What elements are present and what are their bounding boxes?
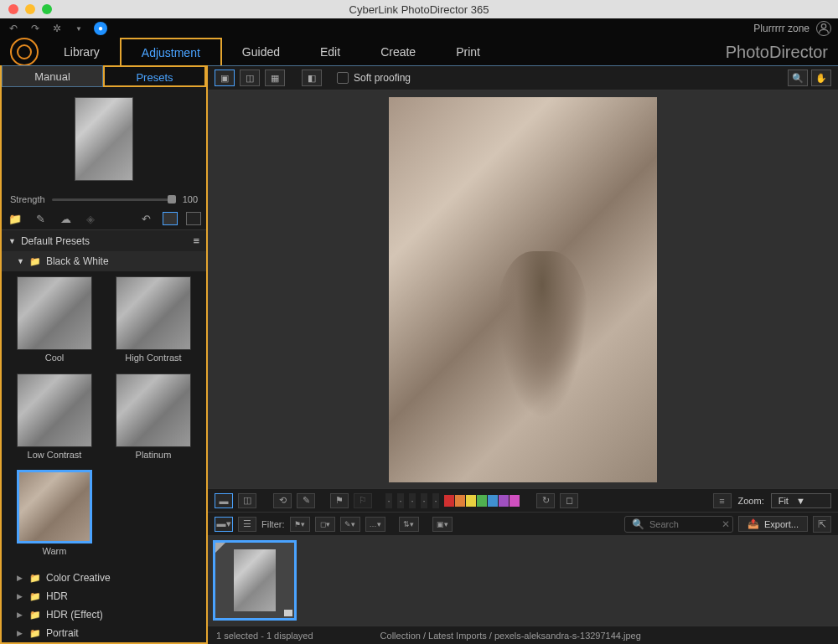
unflag-icon[interactable]: ⚐ <box>354 493 372 508</box>
close-window-button[interactable] <box>8 4 18 14</box>
star-3-icon[interactable]: · <box>409 493 416 508</box>
presets-menu-icon[interactable]: ≡ <box>193 234 199 247</box>
import-preset-icon[interactable]: 📁 <box>7 211 23 226</box>
settings-gear-icon[interactable]: ✲ <box>50 22 64 35</box>
panel-menu-icon[interactable]: ≡ <box>713 493 732 508</box>
sort-button[interactable]: ⇅▾ <box>399 517 419 532</box>
color-swatch[interactable] <box>455 495 465 507</box>
view-single-button[interactable]: ▣ <box>215 70 235 86</box>
filmstrip-thumbnail[interactable] <box>213 540 297 621</box>
filter-flag-button[interactable]: ⚑▾ <box>290 517 310 532</box>
filter-edit-button[interactable]: ✎▾ <box>340 517 360 532</box>
view-compare-button[interactable]: ◫ <box>240 70 260 86</box>
tab-guided[interactable]: Guided <box>222 39 300 65</box>
main-image <box>389 97 657 482</box>
titlebar: CyberLink PhotoDirector 365 <box>0 0 838 18</box>
view-mode-button[interactable]: ▬▾ <box>215 517 233 532</box>
color-swatch[interactable] <box>477 495 487 507</box>
refresh-icon[interactable]: ↻ <box>536 493 555 508</box>
strength-slider[interactable] <box>52 198 176 201</box>
collapse-arrow-icon: ▼ <box>8 237 16 245</box>
sidebar: Manual Presets Strength 100 📁 ✎ ☁ ◈ ↶ ▼ … <box>0 65 208 644</box>
color-swatch[interactable] <box>499 495 509 507</box>
color-swatch[interactable] <box>510 495 520 507</box>
grid-view-button[interactable] <box>163 212 178 225</box>
tab-library[interactable]: Library <box>44 39 120 65</box>
category-hdr-effect[interactable]: ▶ 📁 HDR (Effect) <box>2 605 206 624</box>
zoom-select[interactable]: Fit ▼ <box>771 493 831 508</box>
flag-icon[interactable]: ⚑ <box>330 493 349 508</box>
folder-icon: 📁 <box>29 573 41 584</box>
color-swatch[interactable] <box>488 495 498 507</box>
preset-platinum[interactable]: Platinum <box>106 374 201 467</box>
preset-cool[interactable]: Cool <box>7 276 102 370</box>
color-swatch[interactable] <box>466 495 476 507</box>
crop-icon[interactable]: ◻ <box>560 493 578 508</box>
tab-edit[interactable]: Edit <box>300 39 360 65</box>
subtab-manual[interactable]: Manual <box>2 65 103 87</box>
thumbnail-image <box>234 549 276 611</box>
view-alt-button[interactable]: ☰ <box>238 517 256 532</box>
preset-low-contrast[interactable]: Low Contrast <box>7 374 102 467</box>
layer-preset-icon[interactable]: ◈ <box>82 211 99 226</box>
export-icon: 📤 <box>747 518 759 529</box>
user-label: Plurrrrr zone <box>753 23 810 34</box>
strength-label: Strength <box>10 194 45 204</box>
tab-print[interactable]: Print <box>436 39 500 65</box>
zoom-tool-icon[interactable]: 🔍 <box>788 70 808 86</box>
viewer-toolbar: ▣ ◫ ▦ ◧ Soft proofing 🔍 ✋ <box>208 65 838 90</box>
top-toolbar: ↶ ↷ ✲ ▼ ● Plurrrrr zone <box>0 18 838 39</box>
svg-point-0 <box>821 24 825 28</box>
list-view-button[interactable] <box>186 212 201 225</box>
search-icon: 🔍 <box>632 518 644 530</box>
dropdown-icon[interactable]: ▼ <box>72 22 85 35</box>
status-path: Collection / Latest Imports / pexels-ale… <box>380 631 641 641</box>
zoom-label: Zoom: <box>738 496 764 506</box>
status-selection: 1 selected - 1 displayed <box>216 631 313 641</box>
layout-full-button[interactable]: ▬ <box>215 493 233 508</box>
clear-search-icon[interactable]: ✕ <box>722 518 730 530</box>
external-link-icon[interactable]: ⇱ <box>813 516 831 533</box>
tab-adjustment[interactable]: Adjustment <box>120 38 222 66</box>
pan-tool-icon[interactable]: ✋ <box>811 70 831 86</box>
stack-button[interactable]: ▣▾ <box>432 517 453 532</box>
minimize-window-button[interactable] <box>25 4 35 14</box>
image-viewer[interactable] <box>208 90 838 488</box>
preset-high-contrast[interactable]: High Contrast <box>106 276 201 370</box>
brush-preset-icon[interactable]: ✎ <box>32 211 49 226</box>
star-2-icon[interactable]: · <box>397 493 404 508</box>
category-header-bw[interactable]: ▼ 📁 Black & White <box>2 251 206 271</box>
star-4-icon[interactable]: · <box>421 493 427 508</box>
star-5-icon[interactable]: · <box>432 493 439 508</box>
star-1-icon[interactable]: · <box>385 493 392 508</box>
color-swatch[interactable] <box>444 495 454 507</box>
soft-proofing-checkbox[interactable] <box>337 72 349 84</box>
cloud-preset-icon[interactable]: ☁ <box>57 211 74 226</box>
expand-arrow-icon: ▶ <box>17 629 23 637</box>
user-avatar-icon[interactable] <box>816 21 831 36</box>
preset-warm[interactable]: Warm <box>7 470 102 564</box>
presets-group-header[interactable]: ▼ Default Presets ≡ <box>2 230 206 251</box>
export-button[interactable]: 📤 Export... <box>738 516 808 532</box>
app-logo-icon <box>10 38 39 66</box>
filter-rating-button[interactable]: …▾ <box>365 517 385 532</box>
category-portrait[interactable]: ▶ 📁 Portrait <box>2 624 206 642</box>
preview-area <box>2 87 206 191</box>
category-hdr[interactable]: ▶ 📁 HDR <box>2 587 206 605</box>
rotate-left-icon[interactable]: ⟲ <box>273 493 292 508</box>
view-dual-button[interactable]: ◧ <box>302 70 322 86</box>
tab-create[interactable]: Create <box>360 39 436 65</box>
view-grid-button[interactable]: ▦ <box>265 70 285 86</box>
undo-preset-icon[interactable]: ↶ <box>137 211 154 226</box>
maximize-window-button[interactable] <box>42 4 52 14</box>
undo-icon[interactable]: ↶ <box>7 22 20 35</box>
filter-label-button[interactable]: ◻▾ <box>315 517 335 532</box>
category-color-creative[interactable]: ▶ 📁 Color Creative <box>2 569 206 587</box>
subtab-presets[interactable]: Presets <box>103 65 206 87</box>
search-box[interactable]: 🔍 ✕ <box>624 516 733 533</box>
notification-icon[interactable]: ● <box>94 22 107 35</box>
search-input[interactable] <box>649 519 716 529</box>
layout-split-button[interactable]: ◫ <box>238 493 256 508</box>
edit-icon[interactable]: ✎ <box>297 493 315 508</box>
redo-icon[interactable]: ↷ <box>28 22 42 35</box>
